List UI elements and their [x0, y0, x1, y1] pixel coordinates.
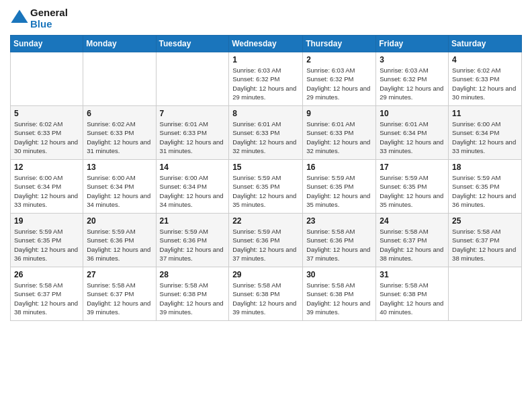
- day-number: 12: [14, 163, 79, 172]
- calendar-cell: 24Sunrise: 5:58 AM Sunset: 6:37 PM Dayli…: [376, 214, 449, 267]
- calendar-cell: 9Sunrise: 6:01 AM Sunset: 6:33 PM Daylig…: [303, 106, 376, 160]
- calendar-cell: 16Sunrise: 5:59 AM Sunset: 6:35 PM Dayli…: [303, 160, 376, 214]
- day-number: 24: [380, 216, 445, 226]
- week-row-2: 5Sunrise: 6:02 AM Sunset: 6:33 PM Daylig…: [11, 106, 522, 160]
- day-info: Sunrise: 5:58 AM Sunset: 6:37 PM Dayligh…: [14, 281, 79, 316]
- day-number: 17: [380, 163, 445, 172]
- day-number: 15: [232, 163, 299, 172]
- page: General Blue SundayMondayTuesdayWednesda…: [0, 0, 532, 331]
- calendar-cell: 18Sunrise: 5:59 AM Sunset: 6:35 PM Dayli…: [449, 160, 522, 214]
- day-info: Sunrise: 5:58 AM Sunset: 6:36 PM Dayligh…: [306, 227, 372, 263]
- day-info: Sunrise: 5:58 AM Sunset: 6:38 PM Dayligh…: [232, 281, 299, 316]
- logo: General Blue: [10, 7, 68, 30]
- calendar-table: SundayMondayTuesdayWednesdayThursdayFrid…: [10, 35, 522, 321]
- calendar-cell: 25Sunrise: 5:58 AM Sunset: 6:37 PM Dayli…: [449, 214, 522, 267]
- header-row: SundayMondayTuesdayWednesdayThursdayFrid…: [11, 36, 522, 52]
- day-info: Sunrise: 6:03 AM Sunset: 6:32 PM Dayligh…: [232, 66, 299, 101]
- calendar-cell: 11Sunrise: 6:00 AM Sunset: 6:34 PM Dayli…: [449, 106, 522, 160]
- day-info: Sunrise: 5:58 AM Sunset: 6:37 PM Dayligh…: [380, 227, 445, 263]
- calendar-cell: 26Sunrise: 5:58 AM Sunset: 6:37 PM Dayli…: [11, 267, 83, 321]
- day-number: 25: [452, 216, 518, 226]
- calendar-cell: 13Sunrise: 6:00 AM Sunset: 6:34 PM Dayli…: [83, 160, 156, 214]
- day-info: Sunrise: 6:02 AM Sunset: 6:33 PM Dayligh…: [14, 120, 79, 155]
- day-info: Sunrise: 6:02 AM Sunset: 6:33 PM Dayligh…: [87, 120, 152, 155]
- day-number: 4: [452, 55, 518, 64]
- calendar-cell: 20Sunrise: 5:59 AM Sunset: 6:36 PM Dayli…: [83, 214, 156, 267]
- calendar-cell: 5Sunrise: 6:02 AM Sunset: 6:33 PM Daylig…: [11, 106, 83, 160]
- calendar-cell: 23Sunrise: 5:58 AM Sunset: 6:36 PM Dayli…: [303, 214, 376, 267]
- header-cell-sunday: Sunday: [11, 36, 83, 52]
- day-info: Sunrise: 6:00 AM Sunset: 6:34 PM Dayligh…: [87, 173, 152, 209]
- calendar-cell: 15Sunrise: 5:59 AM Sunset: 6:35 PM Dayli…: [229, 160, 303, 214]
- day-number: 31: [380, 270, 445, 279]
- day-info: Sunrise: 6:00 AM Sunset: 6:34 PM Dayligh…: [14, 173, 79, 209]
- calendar-cell: 7Sunrise: 6:01 AM Sunset: 6:33 PM Daylig…: [156, 106, 229, 160]
- header-cell-friday: Friday: [376, 36, 449, 52]
- calendar-cell: 3Sunrise: 6:03 AM Sunset: 6:32 PM Daylig…: [376, 52, 449, 106]
- calendar-cell: 10Sunrise: 6:01 AM Sunset: 6:34 PM Dayli…: [376, 106, 449, 160]
- day-info: Sunrise: 5:59 AM Sunset: 6:36 PM Dayligh…: [160, 227, 226, 263]
- day-info: Sunrise: 5:58 AM Sunset: 6:38 PM Dayligh…: [160, 281, 226, 316]
- header-cell-saturday: Saturday: [449, 36, 522, 52]
- day-info: Sunrise: 5:59 AM Sunset: 6:35 PM Dayligh…: [232, 173, 299, 209]
- day-number: 2: [306, 55, 372, 64]
- day-info: Sunrise: 5:58 AM Sunset: 6:38 PM Dayligh…: [380, 281, 445, 316]
- day-info: Sunrise: 5:59 AM Sunset: 6:35 PM Dayligh…: [452, 173, 518, 209]
- day-info: Sunrise: 6:01 AM Sunset: 6:33 PM Dayligh…: [232, 120, 299, 155]
- day-info: Sunrise: 6:03 AM Sunset: 6:32 PM Dayligh…: [306, 66, 372, 101]
- day-number: 19: [14, 216, 79, 226]
- week-row-1: 1Sunrise: 6:03 AM Sunset: 6:32 PM Daylig…: [11, 52, 522, 106]
- day-number: 29: [232, 270, 299, 279]
- day-number: 8: [232, 109, 299, 118]
- calendar-cell: 8Sunrise: 6:01 AM Sunset: 6:33 PM Daylig…: [229, 106, 303, 160]
- day-info: Sunrise: 6:01 AM Sunset: 6:34 PM Dayligh…: [380, 120, 445, 155]
- day-info: Sunrise: 6:01 AM Sunset: 6:33 PM Dayligh…: [306, 120, 372, 155]
- header-cell-thursday: Thursday: [303, 36, 376, 52]
- calendar-cell: 19Sunrise: 5:59 AM Sunset: 6:35 PM Dayli…: [11, 214, 83, 267]
- day-number: 13: [87, 163, 152, 172]
- header-cell-monday: Monday: [83, 36, 156, 52]
- day-number: 10: [380, 109, 445, 118]
- day-info: Sunrise: 5:59 AM Sunset: 6:36 PM Dayligh…: [232, 227, 299, 263]
- header: General Blue: [10, 7, 522, 30]
- week-row-3: 12Sunrise: 6:00 AM Sunset: 6:34 PM Dayli…: [11, 160, 522, 214]
- week-row-4: 19Sunrise: 5:59 AM Sunset: 6:35 PM Dayli…: [11, 214, 522, 267]
- calendar-cell: 14Sunrise: 6:00 AM Sunset: 6:34 PM Dayli…: [156, 160, 229, 214]
- day-number: 21: [160, 216, 226, 226]
- day-number: 16: [306, 163, 372, 172]
- logo-text: General Blue: [30, 7, 68, 30]
- day-number: 22: [232, 216, 299, 226]
- day-info: Sunrise: 6:03 AM Sunset: 6:32 PM Dayligh…: [380, 66, 445, 101]
- day-number: 1: [232, 55, 299, 64]
- day-number: 27: [87, 270, 152, 279]
- day-number: 18: [452, 163, 518, 172]
- header-cell-wednesday: Wednesday: [229, 36, 303, 52]
- calendar-cell: 27Sunrise: 5:58 AM Sunset: 6:37 PM Dayli…: [83, 267, 156, 321]
- calendar-cell: 21Sunrise: 5:59 AM Sunset: 6:36 PM Dayli…: [156, 214, 229, 267]
- calendar-header: SundayMondayTuesdayWednesdayThursdayFrid…: [11, 36, 522, 52]
- calendar-cell: 1Sunrise: 6:03 AM Sunset: 6:32 PM Daylig…: [229, 52, 303, 106]
- week-row-5: 26Sunrise: 5:58 AM Sunset: 6:37 PM Dayli…: [11, 267, 522, 321]
- calendar-cell: [156, 52, 229, 106]
- day-number: 11: [452, 109, 518, 118]
- day-info: Sunrise: 5:58 AM Sunset: 6:37 PM Dayligh…: [452, 227, 518, 263]
- day-number: 3: [380, 55, 445, 64]
- calendar-cell: 4Sunrise: 6:02 AM Sunset: 6:33 PM Daylig…: [449, 52, 522, 106]
- day-info: Sunrise: 5:59 AM Sunset: 6:36 PM Dayligh…: [87, 227, 152, 263]
- day-info: Sunrise: 5:59 AM Sunset: 6:35 PM Dayligh…: [380, 173, 445, 209]
- calendar-cell: [11, 52, 83, 106]
- svg-rect-1: [15, 19, 24, 23]
- calendar-cell: 28Sunrise: 5:58 AM Sunset: 6:38 PM Dayli…: [156, 267, 229, 321]
- calendar-body: 1Sunrise: 6:03 AM Sunset: 6:32 PM Daylig…: [11, 52, 522, 321]
- calendar-cell: [83, 52, 156, 106]
- day-number: 20: [87, 216, 152, 226]
- header-cell-tuesday: Tuesday: [156, 36, 229, 52]
- day-info: Sunrise: 5:58 AM Sunset: 6:38 PM Dayligh…: [306, 281, 372, 316]
- day-info: Sunrise: 5:59 AM Sunset: 6:35 PM Dayligh…: [14, 227, 79, 263]
- day-number: 5: [14, 109, 79, 118]
- day-number: 23: [306, 216, 372, 226]
- calendar-cell: 17Sunrise: 5:59 AM Sunset: 6:35 PM Dayli…: [376, 160, 449, 214]
- day-info: Sunrise: 6:01 AM Sunset: 6:33 PM Dayligh…: [160, 120, 226, 155]
- day-number: 14: [160, 163, 226, 172]
- day-info: Sunrise: 6:00 AM Sunset: 6:34 PM Dayligh…: [452, 120, 518, 155]
